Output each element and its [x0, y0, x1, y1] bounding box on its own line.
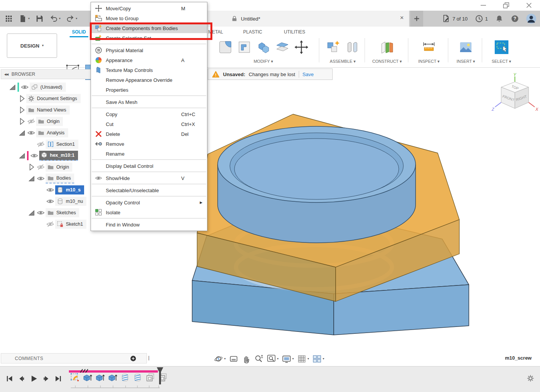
plane-icon[interactable]: [379, 40, 395, 55]
tree-item[interactable]: Origin: [46, 163, 72, 172]
workspace-selector[interactable]: DESIGN▾: [7, 33, 57, 58]
menu-item-physical-material[interactable]: Physical Material: [91, 45, 207, 55]
document-tab[interactable]: Untitled* ×: [207, 11, 409, 27]
version-status[interactable]: 7 of 10: [442, 14, 468, 23]
tab-solid[interactable]: SOLID: [70, 28, 88, 37]
chevron-down-icon[interactable]: ▾: [277, 357, 279, 360]
menu-item-remove[interactable]: Remove: [91, 139, 207, 149]
tree-item[interactable]: hex_m10:1: [39, 151, 78, 161]
menu-item-appearance[interactable]: AppearanceA: [91, 55, 207, 65]
tree-item[interactable]: (Unsaved): [30, 83, 66, 92]
tree-item[interactable]: m10_s: [55, 185, 84, 194]
chevron-down-icon[interactable]: ▾: [307, 357, 309, 360]
press-pull-icon[interactable]: [275, 40, 290, 55]
chevron-down-icon[interactable]: ▾: [224, 357, 226, 360]
tree-item[interactable]: m10_nu: [55, 197, 86, 206]
browser-header[interactable]: ◀◀ BROWSER: [1, 69, 91, 79]
chevron-down-icon[interactable]: ▾: [59, 17, 61, 20]
tree-item[interactable]: Origin: [36, 117, 63, 126]
tab-utilities[interactable]: UTILITIES: [282, 28, 307, 36]
free-move-icon[interactable]: [294, 40, 309, 55]
visibility-off-icon[interactable]: [26, 117, 36, 126]
look-at-button[interactable]: [229, 354, 238, 363]
menu-item-move-to-group[interactable]: Move to Group: [91, 13, 207, 23]
expand-arrow-icon[interactable]: [18, 106, 26, 114]
shell-icon[interactable]: [237, 40, 252, 55]
menu-item-cut[interactable]: CutCtrl+X: [91, 119, 207, 129]
undo-button[interactable]: ▾: [49, 14, 61, 23]
tree-item[interactable]: Document Settings: [26, 94, 81, 103]
tab-close-icon[interactable]: ×: [400, 14, 404, 21]
ribbon-group-label[interactable]: INSERT ▾: [450, 59, 482, 64]
visibility-on-icon[interactable]: [36, 209, 46, 217]
chevron-down-icon[interactable]: ▾: [76, 17, 77, 20]
visibility-off-icon[interactable]: [36, 163, 46, 171]
ribbon-group-label[interactable]: INSPECT ▾: [410, 59, 448, 64]
menu-item-show-hide[interactable]: Show/HideV: [91, 173, 207, 183]
fillet-icon[interactable]: [218, 40, 233, 55]
chevron-down-icon[interactable]: ▾: [28, 17, 30, 20]
save-button[interactable]: [35, 14, 44, 23]
visibility-on-icon[interactable]: [45, 197, 55, 206]
collapse-arrow-icon[interactable]: [18, 151, 26, 160]
tree-item[interactable]: Sketch1: [55, 220, 86, 229]
image-icon[interactable]: [458, 40, 473, 55]
tree-item[interactable]: Named Views: [26, 105, 70, 115]
menu-item-display-detail-control[interactable]: Display Detail Control: [91, 161, 207, 171]
pan-button[interactable]: [242, 354, 251, 363]
collapse-arrow-icon[interactable]: [8, 83, 17, 91]
restore-icon[interactable]: [500, 1, 512, 10]
display-settings-button[interactable]: ▾: [282, 354, 294, 363]
menu-item-selectable-unselectable[interactable]: Selectable/Unselectable: [91, 185, 207, 195]
orbit-button[interactable]: ▾: [214, 354, 226, 363]
chevron-down-icon[interactable]: ▾: [323, 357, 324, 360]
menu-item-isolate[interactable]: Isolate: [91, 207, 207, 217]
tree-item[interactable]: Sketches: [46, 208, 79, 217]
collapse-arrow-icon[interactable]: [18, 129, 26, 137]
bell-icon[interactable]: [495, 14, 503, 23]
gear-icon[interactable]: [527, 374, 534, 382]
menu-item-opacity-control[interactable]: Opacity Control▶: [91, 198, 207, 207]
visibility-on-icon[interactable]: [45, 186, 55, 194]
close-icon[interactable]: [523, 1, 535, 10]
file-button[interactable]: ▾: [19, 14, 30, 23]
menu-item-find-in-window[interactable]: Find in Window: [91, 220, 207, 229]
help-icon[interactable]: ?: [511, 14, 519, 23]
measure-icon[interactable]: [421, 40, 436, 55]
joint-icon[interactable]: [345, 40, 360, 55]
chevron-down-icon[interactable]: ▾: [292, 357, 294, 360]
visibility-off-icon[interactable]: [45, 220, 55, 228]
tab-plastic[interactable]: PLASTIC: [241, 28, 264, 36]
new-component-icon[interactable]: [326, 40, 341, 55]
view-cube[interactable]: Y Z X TOP FRONT RIGHT: [491, 70, 540, 120]
tree-item[interactable]: Bodies: [46, 174, 74, 183]
expand-arrow-icon[interactable]: [27, 163, 36, 171]
tree-item[interactable]: Analysis: [36, 128, 68, 137]
collapse-arrow-icon[interactable]: [27, 209, 36, 217]
comment-add-icon[interactable]: [130, 355, 137, 362]
menu-item-move-copy[interactable]: Move/CopyM: [91, 3, 207, 13]
comments-panel[interactable]: COMMENTS: [1, 353, 147, 363]
minimize-icon[interactable]: [477, 1, 489, 10]
visibility-on-icon[interactable]: [36, 174, 46, 183]
fit-button[interactable]: ▾: [267, 354, 279, 363]
tree-item[interactable]: Section1: [46, 140, 78, 149]
timeline-playhead[interactable]: [157, 367, 163, 384]
panel-resize-handle[interactable]: ||: [148, 355, 149, 360]
ribbon-group-label[interactable]: ASSEMBLE ▾: [321, 59, 365, 64]
menu-item-remove-appearance-override[interactable]: Remove Appearance Override: [91, 75, 207, 85]
ribbon-group-label[interactable]: SELECT ▾: [483, 59, 519, 64]
select-icon[interactable]: [494, 40, 509, 55]
new-tab-button[interactable]: [410, 11, 423, 27]
grid-button[interactable]: ▾: [297, 354, 309, 363]
ribbon-group-label[interactable]: CONSTRUCT ▾: [366, 59, 408, 64]
visibility-on-icon[interactable]: [20, 83, 30, 91]
expand-arrow-icon[interactable]: [18, 117, 26, 126]
zoom-button[interactable]: [254, 354, 263, 363]
visibility-off-icon[interactable]: [36, 140, 46, 148]
menu-item-properties[interactable]: Properties: [91, 85, 207, 95]
expand-arrow-icon[interactable]: [18, 94, 26, 103]
collapse-arrow-icon[interactable]: [27, 174, 36, 183]
menu-item-copy[interactable]: CopyCtrl+C: [91, 109, 207, 119]
activity-clock[interactable]: 1: [475, 14, 488, 23]
